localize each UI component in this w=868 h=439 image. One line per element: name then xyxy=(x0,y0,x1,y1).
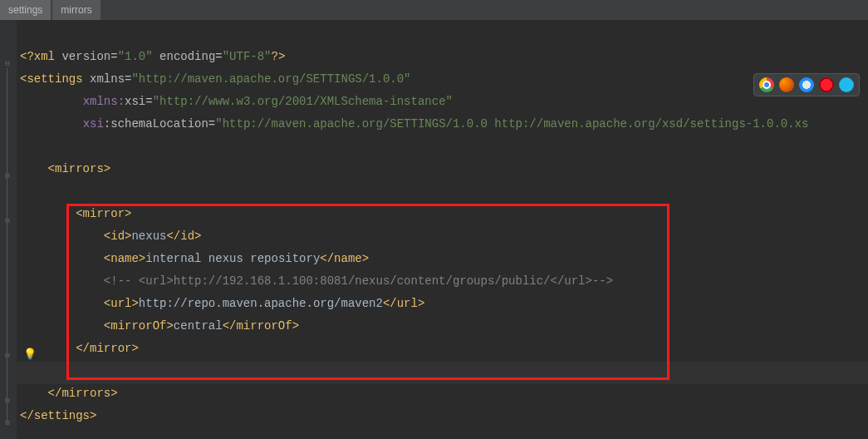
fold-settings-open[interactable]: ⊟ xyxy=(3,60,12,68)
schemaloc-val: "http://maven.apache.org/SETTINGS/1.0.0 … xyxy=(215,117,808,131)
intention-bulb-icon[interactable]: 💡 xyxy=(23,348,37,361)
fold-mirrors-open[interactable]: ⊟ xyxy=(3,172,12,180)
editor[interactable]: ⊟ ⊟ ⊟ ⊟ ⊟ ⊟ <?xml version="1.0" encoding… xyxy=(0,20,868,439)
url-text: http://repo.maven.apache.org/maven2 xyxy=(139,297,383,310)
xml-decl-close: ?> xyxy=(272,50,286,63)
mirrorof-open: <mirrorOf> xyxy=(104,319,174,333)
mirror-open: <mirror> xyxy=(76,207,131,220)
name-open: <name> xyxy=(104,252,145,265)
settings-close: </settings> xyxy=(20,409,96,422)
mirrorof-close: </mirrorOf> xyxy=(223,319,299,333)
xml-decl-open: <? xyxy=(20,50,34,63)
name-close: </name> xyxy=(320,252,369,265)
fold-guide xyxy=(7,68,7,424)
safari-icon[interactable] xyxy=(799,77,814,92)
schemaloc-attr: schemaLocation= xyxy=(110,117,215,131)
fold-mirror-close[interactable]: ⊟ xyxy=(3,352,12,360)
xmlns-xsi-prefix: xmlns: xyxy=(83,95,125,108)
version-attr: version= xyxy=(55,50,118,63)
ie-icon[interactable] xyxy=(839,77,854,92)
fold-settings-close[interactable]: ⊟ xyxy=(3,419,12,427)
fold-mirror-open[interactable]: ⊟ xyxy=(3,217,12,225)
version-val: "1.0" xyxy=(118,50,153,63)
url-open: <url> xyxy=(104,297,139,310)
encoding-val: "UTF-8" xyxy=(223,50,272,63)
chrome-icon[interactable] xyxy=(759,77,774,92)
xmlns-xsi-eq: = xyxy=(145,95,152,108)
breadcrumb-settings[interactable]: settings xyxy=(0,0,51,20)
firefox-icon[interactable] xyxy=(779,77,794,92)
gutter: ⊟ ⊟ ⊟ ⊟ ⊟ ⊟ xyxy=(0,20,17,439)
id-open: <id> xyxy=(104,229,132,243)
comment-url: <!-- <url>http://192.168.1.100:8081/nexu… xyxy=(104,274,613,288)
name-text: internal nexus repository xyxy=(145,252,320,265)
open-in-browser-toolbar xyxy=(753,73,860,96)
mirrors-close: </mirrors> xyxy=(48,387,118,400)
code-area[interactable]: <?xml version="1.0" encoding="UTF-8"?> <… xyxy=(17,20,808,439)
fold-mirrors-close[interactable]: ⊟ xyxy=(3,397,12,405)
xml-decl-name: xml xyxy=(34,50,55,63)
breadcrumb-mirrors[interactable]: mirrors xyxy=(52,0,100,20)
settings-tag: settings xyxy=(27,72,82,86)
xmlns-val: "http://maven.apache.org/SETTINGS/1.0.0" xyxy=(131,72,410,86)
id-close: </id> xyxy=(166,229,201,243)
mirrorof-text: central xyxy=(174,319,223,333)
xmlns-xsi-val: "http://www.w3.org/2001/XMLSchema-instan… xyxy=(153,95,453,108)
encoding-attr: encoding= xyxy=(153,50,223,63)
xsi-prefix: xsi xyxy=(83,117,104,131)
url-close: </url> xyxy=(383,297,424,310)
mirror-close: </mirror> xyxy=(76,342,139,355)
xmlns-attr: xmlns= xyxy=(83,72,132,86)
breadcrumb: settings mirrors xyxy=(0,0,868,20)
opera-icon[interactable] xyxy=(819,77,834,92)
mirrors-open: <mirrors> xyxy=(48,162,111,175)
id-text: nexus xyxy=(131,229,166,243)
xmlns-xsi-name: xsi xyxy=(125,95,145,108)
xsi-colon: : xyxy=(104,117,110,131)
